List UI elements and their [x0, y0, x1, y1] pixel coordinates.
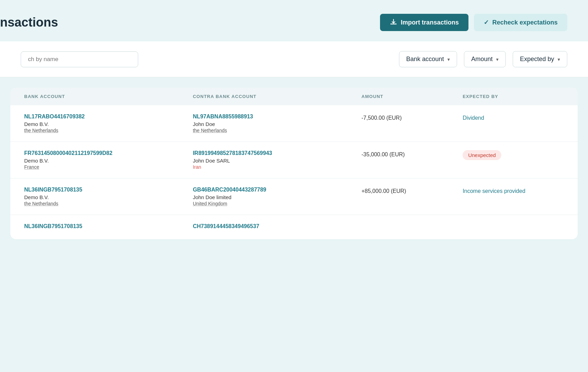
expected-by-cell: Unexpected [463, 150, 564, 160]
amount-filter[interactable]: Amount ▾ [464, 51, 506, 67]
check-icon: ✓ [484, 19, 489, 26]
contra-account-cell: NL97ABNA8855988913 John Doe the Netherla… [193, 114, 361, 133]
search-input[interactable] [21, 51, 138, 67]
page-container: nsactions Import transactions ✓ Recheck … [0, 0, 588, 372]
contra-account-cell: CH7389144458349496537 [193, 223, 361, 231]
contra-account-country-highlight: Iran [193, 164, 361, 170]
contra-account-link[interactable]: NL97ABNA8855988913 [193, 114, 361, 120]
page-title: nsactions [0, 15, 58, 30]
bank-account-link[interactable]: NL17RABO4416709382 [24, 114, 193, 120]
bank-account-name: Demo B.V. [24, 158, 193, 164]
bank-account-link[interactable]: NL36INGB7951708135 [24, 187, 193, 193]
unexpected-badge: Unexpected [463, 150, 501, 160]
amount-cell: -7,500.00 (EUR) [361, 114, 463, 121]
bank-account-country: the Netherlands [24, 201, 193, 206]
bank-account-filter[interactable]: Bank account ▾ [399, 51, 457, 67]
bank-account-cell: FR7631450800040211219759​9D82 Demo B.V. … [24, 150, 193, 170]
expected-by-cell[interactable]: Income services provided [463, 187, 564, 194]
expected-by-cell [463, 223, 564, 225]
contra-account-link[interactable]: IR891994985278183747569943 [193, 150, 361, 156]
contra-account-name: John Doe SARL [193, 158, 361, 164]
import-transactions-button[interactable]: Import transactions [380, 14, 468, 31]
contra-account-name: John Doe [193, 121, 361, 127]
transactions-table: BANK ACCOUNT CONTRA BANK ACCOUNT AMOUNT … [10, 88, 578, 239]
col-bank-account: BANK ACCOUNT [24, 94, 193, 99]
expected-by-cell[interactable]: Dividend [463, 114, 564, 121]
contra-account-cell: IR891994985278183747569943 John Doe SARL… [193, 150, 361, 170]
bank-account-cell: NL36INGB7951708135 Demo B.V. the Netherl… [24, 187, 193, 206]
contra-account-name: John Doe limited [193, 194, 361, 200]
bank-account-name: Demo B.V. [24, 121, 193, 127]
import-icon [390, 19, 397, 26]
col-amount: AMOUNT [361, 94, 463, 99]
contra-account-link[interactable]: CH7389144458349496537 [193, 223, 361, 229]
table-row: NL36INGB7951708135 CH7389144458349496537 [10, 215, 578, 239]
contra-account-cell: GB46BARC20040443287789 John Doe limited … [193, 187, 361, 206]
contra-account-country: the Netherlands [193, 128, 361, 133]
bank-account-link[interactable]: NL36INGB7951708135 [24, 223, 193, 229]
table-row: NL17RABO4416709382 Demo B.V. the Netherl… [10, 105, 578, 142]
col-contra-bank-account: CONTRA BANK ACCOUNT [193, 94, 361, 99]
table-row: FR7631450800040211219759​9D82 Demo B.V. … [10, 142, 578, 178]
table-header: BANK ACCOUNT CONTRA BANK ACCOUNT AMOUNT … [10, 88, 578, 105]
amount-cell [361, 223, 463, 225]
bank-account-name: Demo B.V. [24, 194, 193, 200]
header-actions: Import transactions ✓ Recheck expectatio… [380, 14, 567, 31]
header-section: nsactions Import transactions ✓ Recheck … [0, 0, 588, 41]
recheck-expectations-button[interactable]: ✓ Recheck expectations [474, 14, 567, 31]
table-row: NL36INGB7951708135 Demo B.V. the Netherl… [10, 178, 578, 215]
amount-cell: -35,000.00 (EUR) [361, 150, 463, 158]
contra-account-link[interactable]: GB46BARC20040443287789 [193, 187, 361, 193]
col-expected-by: EXPECTED BY [463, 94, 564, 99]
chevron-down-icon: ▾ [496, 57, 499, 62]
contra-account-country: United Kingdom [193, 201, 361, 206]
svg-rect-0 [390, 23, 397, 25]
bank-account-link[interactable]: FR7631450800040211219759​9D82 [24, 150, 193, 156]
bank-account-country: the Netherlands [24, 128, 193, 133]
expected-by-filter[interactable]: Expected by ▾ [513, 51, 567, 67]
chevron-down-icon: ▾ [447, 57, 450, 62]
filter-section: Bank account ▾ Amount ▾ Expected by ▾ [0, 41, 588, 77]
bank-account-cell: NL17RABO4416709382 Demo B.V. the Netherl… [24, 114, 193, 133]
chevron-down-icon: ▾ [558, 57, 560, 62]
bank-account-country: France [24, 164, 193, 170]
bank-account-cell: NL36INGB7951708135 [24, 223, 193, 231]
amount-cell: +85,000.00 (EUR) [361, 187, 463, 194]
